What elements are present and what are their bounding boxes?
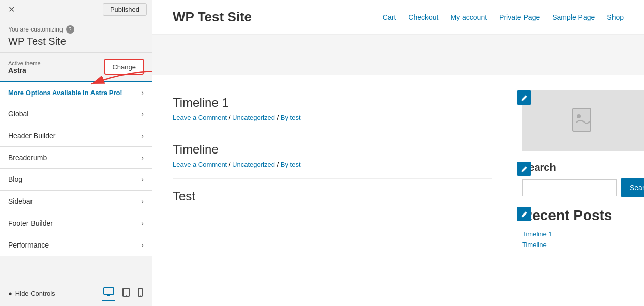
widget-sidebar: Search Search Recent Posts Timeline 1 Ti… (512, 75, 644, 259)
hide-controls-button[interactable]: ● Hide Controls (8, 290, 55, 297)
site-header: WP Test Site Cart Checkout My account Pr… (152, 0, 644, 35)
chevron-right-icon: › (141, 241, 144, 249)
post-entry-3: Test (173, 179, 492, 218)
chevron-right-icon: › (141, 110, 144, 118)
chevron-right-icon: › (141, 197, 144, 205)
site-title: WP Test Site (173, 9, 252, 25)
svg-point-9 (577, 114, 581, 118)
menu-item-footer-builder[interactable]: Footer Builder › (0, 212, 152, 234)
chevron-right-icon: › (141, 88, 144, 97)
nav-my-account[interactable]: My account (450, 13, 487, 21)
recent-post-link-1[interactable]: Timeline (522, 241, 634, 249)
search-input[interactable] (522, 179, 617, 196)
astra-pro-label: More Options Available in Astra Pro! (8, 89, 122, 97)
active-theme-label: Active theme (8, 60, 41, 66)
eye-icon: ● (8, 290, 12, 297)
search-widget: Search Search (522, 162, 634, 197)
search-submit-button[interactable]: Search (621, 178, 644, 197)
post-entry-2: Timeline Leave a Comment / Uncategorized… (173, 132, 492, 179)
svg-point-6 (140, 295, 141, 296)
chevron-right-icon: › (141, 154, 144, 162)
post-title-1: Timeline 1 (173, 96, 492, 110)
sidebar-bottom-controls: ● Hide Controls (0, 281, 152, 306)
svg-rect-8 (573, 108, 591, 131)
desktop-device-button[interactable] (102, 286, 115, 301)
menu-item-blog[interactable]: Blog › (0, 169, 152, 191)
chevron-right-icon: › (141, 219, 144, 227)
nav-cart[interactable]: Cart (383, 13, 396, 21)
recent-post-link-0[interactable]: Timeline 1 (522, 230, 634, 238)
recent-posts-widget: Recent Posts Timeline 1 Timeline (522, 207, 634, 249)
svg-point-4 (126, 295, 127, 296)
device-icons-group (102, 286, 144, 301)
search-row: Search (522, 178, 634, 197)
post-meta-1: Leave a Comment / Uncategorized / By tes… (173, 114, 492, 121)
site-info-section: You are customizing ? WP Test Site (0, 19, 152, 53)
posts-area: Timeline 1 Leave a Comment / Uncategoriz… (152, 75, 512, 259)
widget-edit-button-search[interactable] (517, 162, 531, 176)
svg-rect-0 (104, 288, 114, 294)
theme-name-label: Astra (8, 66, 41, 74)
site-navigation: Cart Checkout My account Private Page Sa… (383, 13, 624, 21)
category-link-2[interactable]: Uncategorized (232, 161, 275, 168)
menu-item-sidebar[interactable]: Sidebar › (0, 191, 152, 212)
thumbnail-widget (522, 90, 634, 151)
post-entry-1: Timeline 1 Leave a Comment / Uncategoriz… (173, 85, 492, 132)
menu-item-performance[interactable]: Performance › (0, 234, 152, 256)
customizer-sidebar: ✕ Published You are customizing ? WP Tes… (0, 0, 152, 306)
help-icon[interactable]: ? (66, 25, 74, 34)
nav-sample-page[interactable]: Sample Page (552, 13, 595, 21)
site-name-label: WP Test Site (8, 36, 144, 47)
preview-area: WP Test Site Cart Checkout My account Pr… (152, 0, 644, 306)
category-link-1[interactable]: Uncategorized (232, 114, 275, 121)
hero-area (152, 35, 644, 75)
customizing-label: You are customizing ? (8, 25, 144, 34)
leave-comment-link-2[interactable]: Leave a Comment (173, 161, 227, 168)
post-meta-2: Leave a Comment / Uncategorized / By tes… (173, 161, 492, 168)
customizer-menu: Global › Header Builder › Breadcrumb › B… (0, 103, 152, 281)
active-theme-section: Active theme Astra Change (0, 53, 152, 82)
thumbnail-placeholder (522, 90, 644, 151)
author-link-2[interactable]: By test (281, 161, 301, 168)
tablet-device-button[interactable] (121, 286, 131, 301)
chevron-right-icon: › (141, 132, 144, 140)
mobile-device-button[interactable] (137, 286, 144, 301)
chevron-right-icon: › (141, 175, 144, 183)
published-button[interactable]: Published (103, 3, 147, 16)
widget-edit-button-recent-posts[interactable] (517, 207, 531, 221)
menu-item-breadcrumb[interactable]: Breadcrumb › (0, 147, 152, 169)
post-title-2: Timeline (173, 142, 492, 157)
content-layout: Timeline 1 Leave a Comment / Uncategoriz… (152, 75, 644, 259)
sidebar-top-bar: ✕ Published (0, 0, 152, 19)
change-theme-button[interactable]: Change (104, 59, 144, 75)
post-title-3: Test (173, 189, 492, 203)
astra-pro-banner[interactable]: More Options Available in Astra Pro! › (0, 82, 152, 103)
close-button[interactable]: ✕ (5, 4, 18, 15)
widget-edit-button-thumbnail[interactable] (517, 90, 531, 105)
nav-checkout[interactable]: Checkout (408, 13, 438, 21)
leave-comment-link-1[interactable]: Leave a Comment (173, 114, 227, 121)
recent-posts-widget-title: Recent Posts (522, 207, 634, 224)
menu-item-global[interactable]: Global › (0, 103, 152, 125)
author-link-1[interactable]: By test (281, 114, 301, 121)
search-widget-title: Search (522, 162, 634, 173)
nav-private-page[interactable]: Private Page (499, 13, 540, 21)
nav-shop[interactable]: Shop (607, 13, 624, 21)
menu-item-header-builder[interactable]: Header Builder › (0, 125, 152, 147)
